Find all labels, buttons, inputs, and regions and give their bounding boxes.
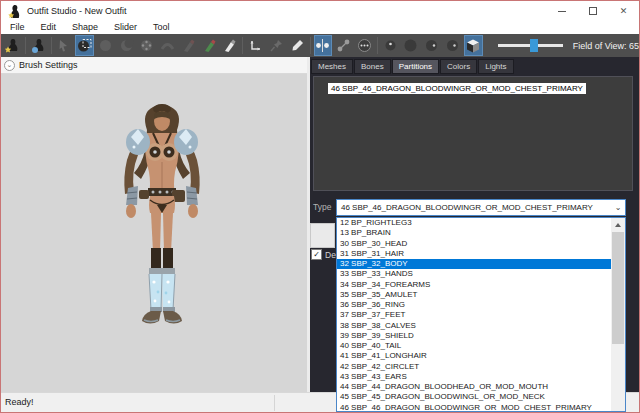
- weight-brush-icon: [181, 38, 196, 53]
- perspective-toggle-button[interactable]: [464, 35, 483, 56]
- minimize-icon: [558, 11, 566, 12]
- deflate-brush-icon: [119, 38, 134, 53]
- pin-icon: [269, 38, 284, 53]
- scrollbar-thumb[interactable]: [612, 232, 624, 344]
- type-label: Type: [313, 202, 331, 212]
- dropdown-option[interactable]: 44 SBP_44_DRAGON_BLOODHEAD_OR_MOD_MOUTH: [337, 382, 625, 392]
- select-tool-button[interactable]: [55, 35, 74, 56]
- character-model: [87, 100, 235, 336]
- alpha-brush-button[interactable]: [221, 35, 240, 56]
- window-title: Outfit Studio - New Outfit: [27, 6, 127, 16]
- circle-dot-icon: [383, 38, 398, 53]
- ellipsis-circle-icon: [357, 38, 372, 53]
- combobox-value: 46 SBP_46_DRAGON_BLOODWINGR_OR_MOD_CHEST…: [337, 203, 611, 212]
- dropdown-option[interactable]: 13 BP_BRAIN: [337, 228, 625, 238]
- partition-tree-selected-item[interactable]: 46 SBP_46_DRAGON_BLOODWINGR_OR_MOD_CHEST…: [328, 83, 586, 94]
- fov-slider-thumb[interactable]: [530, 39, 538, 52]
- color-brush-button[interactable]: [200, 35, 219, 56]
- circle-view-4-button[interactable]: [443, 35, 462, 56]
- toolbar-separator: [25, 37, 26, 54]
- move-brush-button[interactable]: [138, 35, 157, 56]
- alpha-brush-icon: [222, 38, 237, 53]
- toggle-edges-button[interactable]: [334, 35, 353, 56]
- dropdown-option[interactable]: 33 SBP_33_HANDS: [337, 269, 625, 279]
- menu-item[interactable]: Edit: [33, 21, 65, 34]
- color-brush-icon: [202, 38, 217, 53]
- partition-color-swatch[interactable]: [310, 223, 335, 248]
- menu-item[interactable]: Shape: [64, 21, 106, 34]
- toolbar-separator: [242, 37, 243, 54]
- panel-tab[interactable]: Partitions: [392, 59, 439, 74]
- dropdown-option[interactable]: 35 SBP_35_AMULET: [337, 290, 625, 300]
- edges-icon: [336, 38, 351, 53]
- menu-item[interactable]: File: [2, 21, 33, 34]
- menu-item[interactable]: Tool: [145, 21, 178, 34]
- outfit-studio-window: Outfit Studio - New Outfit ✕ FileEditSha…: [0, 0, 640, 413]
- dropdown-option[interactable]: 41 SBP_41_LONGHAIR: [337, 351, 625, 361]
- viewport-3d[interactable]: [1, 74, 307, 392]
- close-button[interactable]: ✕: [608, 1, 639, 21]
- dropdown-option[interactable]: 38 SBP_38_CALVES: [337, 321, 625, 331]
- chevron-down-icon[interactable]: ⌄: [4, 60, 15, 71]
- status-bar-divider: [274, 395, 275, 411]
- scroll-up-icon: [615, 223, 621, 227]
- vertex-pen-button[interactable]: [288, 35, 307, 56]
- dropdown-option[interactable]: 37 SBP_37_FEET: [337, 310, 625, 320]
- fov-slider[interactable]: [498, 35, 563, 56]
- circle-view-1-button[interactable]: [381, 35, 400, 56]
- partition-tree[interactable]: 46 SBP_46_DRAGON_BLOODWINGR_OR_MOD_CHEST…: [313, 76, 633, 191]
- circle-dot-left-icon: [445, 38, 460, 53]
- dropdown-option[interactable]: 43 SBP_43_EARS: [337, 372, 625, 382]
- circle-filled-icon: [403, 38, 418, 53]
- dropdown-option[interactable]: 34 SBP_34_FOREARMS: [337, 280, 625, 290]
- dropdown-scrollbar[interactable]: [611, 218, 625, 411]
- pin-tool-button[interactable]: [267, 35, 286, 56]
- dropdown-option[interactable]: 30 SBP_30_HEAD: [337, 239, 625, 249]
- close-icon: ✕: [620, 7, 628, 16]
- minimize-button[interactable]: [546, 1, 577, 21]
- dropdown-items: 12 BP_RIGHTLEG313 BP_BRAIN30 SBP_30_HEAD…: [337, 218, 625, 412]
- dropdown-option[interactable]: 31 SBP_31_HAIR: [337, 249, 625, 259]
- toggle-vertices-button[interactable]: [314, 35, 333, 56]
- dropdown-option[interactable]: 39 SBP_39_SHIELD: [337, 331, 625, 341]
- load-project-button[interactable]: [3, 35, 22, 56]
- load-reference-icon: [31, 38, 46, 53]
- toolbar-separator: [310, 37, 311, 54]
- app-logo-icon: [8, 4, 21, 19]
- title-bar[interactable]: Outfit Studio - New Outfit ✕: [1, 1, 639, 21]
- load-reference-button[interactable]: [29, 35, 48, 56]
- smooth-brush-button[interactable]: [158, 35, 177, 56]
- dropdown-option[interactable]: 42 SBP_42_CIRCLET: [337, 362, 625, 372]
- deselect-checkbox[interactable]: ✓: [311, 249, 322, 260]
- partition-type-combobox[interactable]: 46 SBP_46_DRAGON_BLOODWINGR_OR_MOD_CHEST…: [336, 199, 626, 216]
- cube-icon: [465, 38, 481, 54]
- mask-brush-button[interactable]: [75, 35, 94, 56]
- menu-item[interactable]: Slider: [106, 21, 145, 34]
- dropdown-option[interactable]: 46 SBP_46_DRAGON_BLOODWINGR_OR_MOD_CHEST…: [337, 403, 625, 413]
- deflate-brush-button[interactable]: [117, 35, 136, 56]
- brush-settings-label: Brush Settings: [19, 60, 78, 70]
- chevron-down-icon[interactable]: ⌄: [611, 203, 625, 212]
- inflate-brush-button[interactable]: [96, 35, 115, 56]
- select-arrow-icon: [57, 39, 70, 52]
- dropdown-option[interactable]: 32 SBP_32_BODY: [337, 259, 625, 269]
- panel-tab[interactable]: Colors: [440, 59, 477, 74]
- panel-tabs: MeshesBonesPartitionsColorsLights: [311, 59, 515, 74]
- maximize-button[interactable]: [577, 1, 608, 21]
- circle-view-3-button[interactable]: [422, 35, 441, 56]
- dropdown-option[interactable]: 40 SBP_40_TAIL: [337, 341, 625, 351]
- circle-view-2-button[interactable]: [402, 35, 421, 56]
- weight-brush-button[interactable]: [179, 35, 198, 56]
- panel-tab[interactable]: Bones: [354, 59, 391, 74]
- scroll-up-button[interactable]: [611, 218, 625, 231]
- brush-settings-header[interactable]: ⌄ Brush Settings: [1, 57, 307, 74]
- fov-label: Field of View: 65: [573, 41, 639, 51]
- brush-options-button[interactable]: [355, 35, 374, 56]
- toolbar-separator: [51, 37, 52, 54]
- transform-tool-button[interactable]: [246, 35, 265, 56]
- panel-tab[interactable]: Lights: [478, 59, 513, 74]
- dropdown-option[interactable]: 36 SBP_36_RING: [337, 300, 625, 310]
- dropdown-option[interactable]: 12 BP_RIGHTLEG3: [337, 218, 625, 228]
- panel-tab[interactable]: Meshes: [311, 59, 353, 74]
- dropdown-option[interactable]: 45 SBP_45_DRAGON_BLOODWINGL_OR_MOD_NECK: [337, 392, 625, 402]
